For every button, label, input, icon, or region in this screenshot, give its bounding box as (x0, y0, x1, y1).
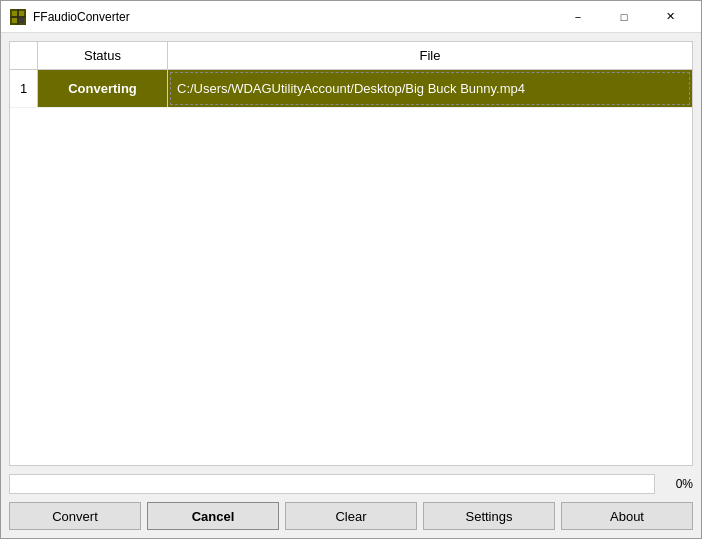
buttons-row: Convert Cancel Clear Settings About (9, 502, 693, 530)
convert-button[interactable]: Convert (9, 502, 141, 530)
progress-label: 0% (661, 477, 693, 491)
content-area: Status File 1 Converting C:/Users/WDAGUt… (1, 33, 701, 538)
window-controls: − □ ✕ (555, 1, 693, 33)
cell-status: Converting (38, 70, 168, 107)
col-file-header: File (168, 42, 692, 69)
settings-button[interactable]: Settings (423, 502, 555, 530)
main-window: FFaudioConverter − □ ✕ Status File 1 (0, 0, 702, 539)
table-row[interactable]: 1 Converting C:/Users/WDAGUtilityAccount… (10, 70, 692, 108)
cell-row-num: 1 (10, 70, 38, 107)
progress-bar-container (9, 474, 655, 494)
svg-rect-1 (12, 11, 17, 16)
minimize-button[interactable]: − (555, 1, 601, 33)
clear-button[interactable]: Clear (285, 502, 417, 530)
svg-rect-4 (19, 18, 24, 23)
file-table: Status File 1 Converting C:/Users/WDAGUt… (9, 41, 693, 466)
window-title: FFaudioConverter (33, 10, 555, 24)
svg-rect-3 (12, 18, 17, 23)
progress-row: 0% (9, 474, 693, 494)
svg-rect-2 (19, 11, 24, 16)
app-icon (9, 8, 27, 26)
close-button[interactable]: ✕ (647, 1, 693, 33)
col-num-header (10, 42, 38, 69)
cell-file: C:/Users/WDAGUtilityAccount/Desktop/Big … (170, 72, 690, 105)
table-header: Status File (10, 42, 692, 70)
title-bar: FFaudioConverter − □ ✕ (1, 1, 701, 33)
table-body[interactable]: 1 Converting C:/Users/WDAGUtilityAccount… (10, 70, 692, 465)
maximize-button[interactable]: □ (601, 1, 647, 33)
col-status-header: Status (38, 42, 168, 69)
about-button[interactable]: About (561, 502, 693, 530)
cancel-button[interactable]: Cancel (147, 502, 279, 530)
